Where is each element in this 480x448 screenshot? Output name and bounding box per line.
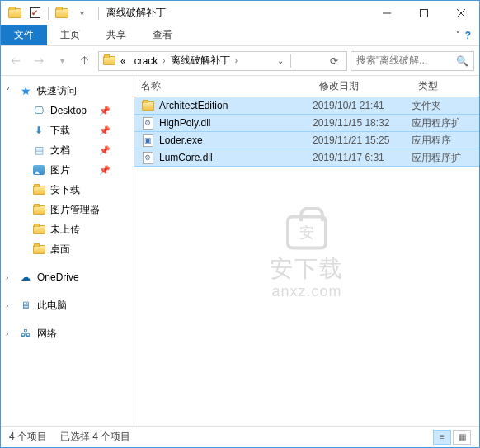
pin-icon: 📌: [99, 125, 111, 136]
refresh-icon[interactable]: ⟳: [325, 55, 343, 67]
network-icon: 🖧: [19, 327, 32, 340]
file-type: 应用程序: [412, 134, 479, 148]
ribbon-expand-icon[interactable]: ˅: [455, 30, 460, 41]
sidebar-item-label: Desktop: [50, 105, 87, 116]
qat-dropdown-icon[interactable]: ▾: [73, 4, 91, 22]
breadcrumb-seg-0[interactable]: crack: [131, 55, 162, 67]
back-button[interactable]: 🡠: [6, 51, 26, 71]
minimize-button[interactable]: [368, 1, 405, 25]
sidebar-network[interactable]: › 🖧 网络: [1, 323, 134, 343]
folder-icon: [32, 243, 45, 256]
status-count: 4 个项目: [9, 430, 47, 444]
file-date: 2019/11/21 15:25: [313, 134, 412, 146]
status-bar: 4 个项目 已选择 4 个项目 ≡ ▦: [1, 426, 479, 447]
quick-access-toolbar: ✔ ▾: [1, 4, 96, 22]
file-row[interactable]: Loder.exe2019/11/21 15:25应用程序: [134, 131, 479, 149]
addr-dropdown-icon[interactable]: ⌄: [272, 56, 289, 65]
sidebar-item[interactable]: 图片管理器: [1, 200, 134, 219]
column-name[interactable]: 名称: [134, 76, 313, 97]
file-name: HighPoly.dll: [159, 117, 210, 129]
app-icon[interactable]: [6, 4, 24, 22]
search-input[interactable]: 搜索"离线破解... 🔍: [351, 51, 474, 71]
tab-home[interactable]: 主页: [47, 25, 93, 45]
desktop-icon: 🖵: [32, 104, 45, 117]
sidebar-item-label: 图片: [50, 163, 70, 177]
file-name: Loder.exe: [159, 134, 203, 146]
svg-rect-1: [420, 9, 427, 17]
qat-newfolder-icon[interactable]: [53, 4, 71, 22]
file-row[interactable]: ArchitectEdition2019/10/1 21:41文件夹: [134, 97, 479, 115]
folder-icon: [32, 223, 45, 236]
breadcrumb[interactable]: « crack › 离线破解补丁 › ⌄ ⟳: [98, 51, 347, 71]
file-name: LumCore.dll: [159, 152, 213, 163]
file-row[interactable]: HighPoly.dll2019/11/15 18:32应用程序扩: [134, 114, 479, 132]
breadcrumb-prefix[interactable]: «: [117, 55, 129, 67]
sidebar-item[interactable]: 安下载: [1, 180, 134, 200]
dll-icon: [141, 116, 154, 130]
tab-view[interactable]: 查看: [139, 25, 186, 45]
sidebar-item-label: 图片管理器: [50, 203, 100, 217]
sidebar-item-label: 安下载: [50, 183, 80, 197]
sidebar-item[interactable]: 未上传: [1, 219, 134, 239]
folder-icon: [141, 99, 154, 112]
folder-icon: [32, 203, 45, 216]
chevron-right-icon[interactable]: ›: [6, 273, 8, 282]
sidebar-item-label: 文档: [50, 144, 70, 158]
file-type: 应用程序扩: [412, 151, 479, 165]
sidebar: ˅ ★ 快速访问 🖵Desktop📌⬇下载📌▤文档📌图片📌安下载图片管理器未上传…: [1, 76, 134, 426]
file-name: ArchitectEdition: [159, 100, 228, 111]
chevron-right-icon[interactable]: ›: [6, 301, 8, 310]
up-button[interactable]: 🡡: [75, 51, 95, 71]
sidebar-item[interactable]: ▤文档📌: [1, 140, 134, 160]
address-bar: 🡠 🡢 ▾ 🡡 « crack › 离线破解补丁 › ⌄ ⟳ 搜索"离线破解..…: [1, 46, 479, 76]
tab-share[interactable]: 共享: [93, 25, 139, 45]
cloud-icon: ☁: [19, 271, 32, 284]
chevron-right-icon[interactable]: ›: [162, 56, 165, 65]
window-title: 离线破解补丁: [106, 6, 166, 20]
column-headers: 名称 修改日期 类型: [134, 76, 479, 97]
search-placeholder: 搜索"离线破解...: [356, 54, 427, 68]
sidebar-onedrive[interactable]: › ☁ OneDrive: [1, 267, 134, 287]
sidebar-item-label: 桌面: [50, 243, 70, 257]
sidebar-item[interactable]: 桌面: [1, 239, 134, 259]
search-icon[interactable]: 🔍: [456, 55, 468, 67]
sidebar-thispc[interactable]: › 🖥 此电脑: [1, 295, 134, 315]
ribbon-tabs: 文件 主页 共享 查看 ˅ ?: [1, 25, 479, 46]
folder-icon: [32, 183, 45, 196]
star-icon: ★: [19, 84, 32, 97]
pin-icon: 📌: [99, 106, 111, 116]
sidebar-quick-access[interactable]: ˅ ★ 快速访问: [1, 81, 134, 101]
sidebar-item[interactable]: 图片📌: [1, 160, 134, 180]
qat-properties-icon[interactable]: ✔: [26, 4, 44, 22]
sidebar-item[interactable]: ⬇下载📌: [1, 120, 134, 140]
document-icon: ▤: [32, 144, 45, 157]
dll-icon: [141, 151, 154, 164]
help-icon[interactable]: ?: [465, 30, 471, 41]
file-date: 2019/10/1 21:41: [313, 100, 412, 111]
view-details-button[interactable]: ≡: [433, 430, 451, 445]
chevron-down-icon[interactable]: ˅: [6, 87, 10, 96]
recent-dropdown-icon[interactable]: ▾: [52, 51, 72, 71]
sidebar-item[interactable]: 🖵Desktop📌: [1, 101, 134, 120]
file-row[interactable]: LumCore.dll2019/11/17 6:31应用程序扩: [134, 149, 479, 167]
pin-icon: 📌: [99, 165, 111, 176]
breadcrumb-seg-1[interactable]: 离线破解补丁: [167, 54, 233, 68]
column-date[interactable]: 修改日期: [313, 76, 412, 97]
chevron-right-icon[interactable]: ›: [6, 329, 8, 338]
column-type[interactable]: 类型: [412, 76, 479, 97]
chevron-right-icon[interactable]: ›: [235, 56, 238, 65]
exe-icon: [141, 134, 154, 147]
sidebar-item-label: 未上传: [50, 223, 80, 237]
file-date: 2019/11/17 6:31: [313, 152, 412, 163]
view-icons-button[interactable]: ▦: [453, 430, 471, 445]
download-icon: ⬇: [32, 124, 45, 137]
pictures-icon: [32, 163, 45, 177]
status-selected: 已选择 4 个项目: [60, 430, 130, 444]
maximize-button[interactable]: [405, 1, 442, 25]
file-type: 文件夹: [412, 99, 479, 113]
file-type: 应用程序扩: [412, 116, 479, 130]
tab-file[interactable]: 文件: [1, 25, 47, 45]
close-button[interactable]: [442, 1, 479, 25]
file-list: 名称 修改日期 类型 ArchitectEdition2019/10/1 21:…: [134, 76, 479, 426]
forward-button[interactable]: 🡢: [29, 51, 49, 71]
